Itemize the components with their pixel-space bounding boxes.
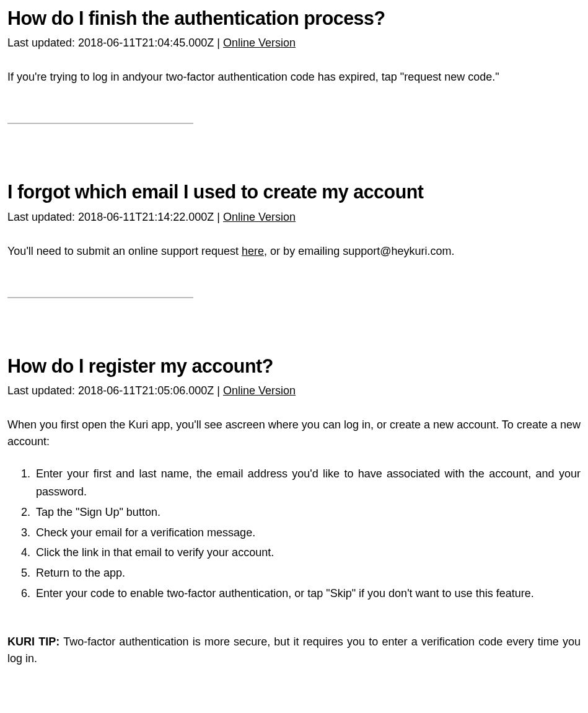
online-version-link[interactable]: Online Version	[223, 37, 296, 49]
article-register-account: How do I register my account? Last updat…	[7, 354, 581, 667]
article-title: I forgot which email I used to create my…	[7, 180, 552, 203]
last-updated-label: Last updated:	[7, 37, 78, 49]
online-version-link[interactable]: Online Version	[223, 384, 296, 397]
body-text-part: If you're trying to log in and	[7, 71, 141, 83]
meta-separator: |	[217, 211, 220, 223]
article-body: You'll need to submit an online support …	[7, 243, 581, 260]
article-body: If you're trying to log in andyour two-f…	[7, 69, 581, 86]
step-item: Return to the app.	[33, 564, 581, 582]
article-authentication: How do I finish the authentication proce…	[7, 6, 581, 86]
step-item: Click the link in that email to verify y…	[33, 544, 581, 562]
step-item: Check your email for a verification mess…	[33, 524, 581, 542]
step-item: Tap the "Sign Up" button.	[33, 503, 581, 521]
article-meta: Last updated: 2018-06-11T21:04:45.000Z |…	[7, 35, 581, 51]
steps-list: Enter your first and last name, the emai…	[26, 465, 581, 603]
meta-separator: |	[217, 384, 220, 397]
last-updated-value: 2018-06-11T21:14:22.000Z	[78, 211, 214, 223]
body-text-part: You'll need to submit	[7, 245, 110, 257]
tip-body: Two-factor authentication is more secure…	[7, 636, 581, 665]
article-meta: Last updated: 2018-06-11T21:14:22.000Z |…	[7, 209, 581, 226]
step-item: Enter your first and last name, the emai…	[33, 465, 581, 501]
article-forgot-email: I forgot which email I used to create my…	[7, 180, 581, 259]
support-request-link[interactable]: here	[242, 245, 264, 257]
intro-text-part: When you first open the Kuri app, you'll…	[7, 418, 232, 431]
article-title: How do I finish the authentication proce…	[7, 6, 552, 30]
section-divider	[7, 297, 193, 298]
tip-label: KURI TIP:	[7, 636, 59, 648]
last-updated-value: 2018-06-11T21:05:06.000Z	[78, 384, 214, 397]
body-text-part: your two-factor authentication code has …	[141, 71, 499, 83]
meta-separator: |	[217, 37, 220, 49]
article-intro: When you first open the Kuri app, you'll…	[7, 417, 581, 450]
last-updated-label: Last updated:	[7, 211, 78, 223]
body-text-part: an online support request	[113, 245, 239, 257]
article-title: How do I register my account?	[7, 354, 552, 378]
last-updated-label: Last updated:	[7, 384, 78, 397]
last-updated-value: 2018-06-11T21:04:45.000Z	[78, 37, 214, 49]
online-version-link[interactable]: Online Version	[223, 211, 296, 223]
kuri-tip: KURI TIP: Two-factor authentication is m…	[7, 634, 581, 667]
body-text-part: , or by emailing support@heykuri.com.	[264, 245, 454, 257]
section-divider	[7, 123, 193, 124]
article-meta: Last updated: 2018-06-11T21:05:06.000Z |…	[7, 383, 581, 399]
step-item: Enter your code to enable two-factor aut…	[33, 585, 581, 603]
